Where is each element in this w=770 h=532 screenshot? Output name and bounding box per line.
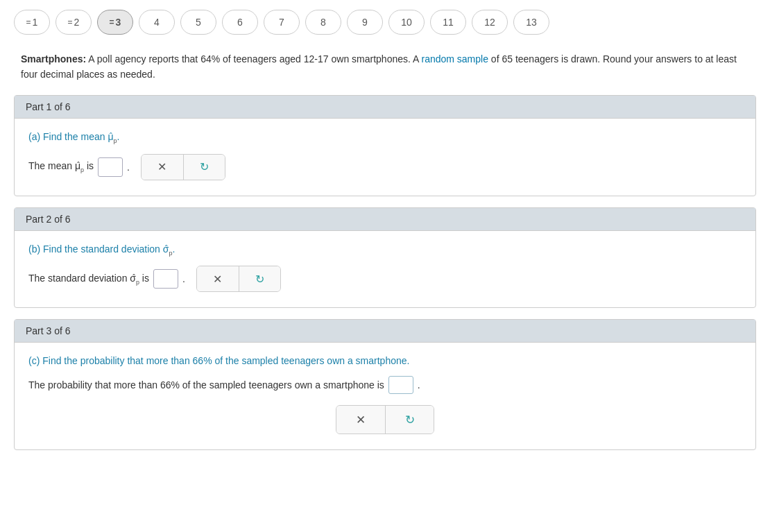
part-1-answer-suffix: . (127, 162, 130, 173)
tab-4-label: 4 (154, 17, 160, 28)
part-3-question: (c) Find the probability that more than … (28, 355, 742, 366)
part-3-reset-button[interactable]: ↻ (385, 406, 434, 434)
part-1-body: (a) Find the mean μ̂p. The mean μ̂p is .… (15, 119, 755, 196)
part-3-answer-suffix: . (418, 379, 420, 391)
tab-11[interactable]: 11 (430, 10, 466, 35)
tab-3-label: 3 (116, 17, 121, 28)
part-3-answer-row: The probability that more than 66% of th… (28, 376, 742, 394)
tab-9[interactable]: 9 (347, 10, 383, 35)
tab-8[interactable]: 8 (305, 10, 341, 35)
part-1-clear-button[interactable]: ✕ (142, 155, 183, 180)
part-1-header: Part 1 of 6 (15, 96, 755, 119)
equals-icon-1: = (26, 17, 31, 27)
tab-1[interactable]: = 1 (14, 10, 50, 35)
tab-12-label: 12 (484, 17, 495, 28)
navigation-tabs: = 1 = 2 = 3 4 5 6 7 8 9 10 11 12 13 (0, 0, 770, 44)
part-1-question: (a) Find the mean μ̂p. (28, 131, 742, 144)
part-3-action-buttons: ✕ ↻ (336, 405, 434, 434)
part-2-header: Part 2 of 6 (15, 208, 755, 231)
part-1-reset-button[interactable]: ↻ (183, 155, 225, 180)
tab-10[interactable]: 10 (388, 10, 425, 35)
problem-statement: Smartphones: A poll agency reports that … (0, 44, 770, 95)
tab-6[interactable]: 6 (222, 10, 258, 35)
tab-5[interactable]: 5 (180, 10, 216, 35)
part-1-action-buttons: ✕ ↻ (141, 154, 225, 180)
problem-bold-label: Smartphones: (21, 53, 86, 65)
part-2-reset-button[interactable]: ↻ (239, 266, 280, 291)
part-1-answer-row: The mean μ̂p is . ✕ ↻ (28, 154, 742, 180)
tab-7-label: 7 (279, 17, 284, 28)
tab-4[interactable]: 4 (139, 10, 175, 35)
tab-12[interactable]: 12 (472, 10, 508, 35)
tab-1-label: 1 (33, 17, 38, 28)
tab-8-label: 8 (320, 17, 326, 28)
tab-5-label: 5 (196, 17, 201, 28)
part-3-panel: Part 3 of 6 (c) Find the probability tha… (14, 319, 756, 450)
part-3-header: Part 3 of 6 (15, 320, 755, 343)
part-3-answer-prefix: The probability that more than 66% of th… (28, 379, 384, 391)
part-1-panel: Part 1 of 6 (a) Find the mean μ̂p. The m… (14, 95, 756, 196)
tab-2[interactable]: = 2 (55, 10, 92, 35)
tab-11-label: 11 (443, 17, 454, 28)
part-3-body: (c) Find the probability that more than … (15, 343, 755, 449)
part-1-answer-prefix: The mean μ̂p is (28, 160, 94, 173)
equals-icon-3: = (110, 17, 114, 27)
part-2-answer-suffix: . (182, 273, 185, 284)
mean-input[interactable] (98, 157, 123, 177)
part-2-clear-button[interactable]: ✕ (197, 266, 239, 291)
tab-3[interactable]: = 3 (97, 10, 133, 35)
part-2-question: (b) Find the standard deviation σ̂p. (28, 243, 742, 257)
part-2-answer-prefix: The standard deviation σ̂p is (28, 273, 149, 286)
tab-9-label: 9 (362, 17, 368, 28)
prob-input[interactable] (388, 376, 413, 394)
part-3-bottom-buttons: ✕ ↻ (28, 405, 742, 434)
tab-2-label: 2 (74, 17, 80, 28)
part-2-answer-row: The standard deviation σ̂p is . ✕ ↻ (28, 266, 742, 292)
part-2-body: (b) Find the standard deviation σ̂p. The… (15, 231, 755, 308)
part-2-action-buttons: ✕ ↻ (196, 266, 281, 292)
equals-icon-2: = (68, 17, 73, 27)
part-2-panel: Part 2 of 6 (b) Find the standard deviat… (14, 207, 756, 309)
tab-6-label: 6 (237, 17, 243, 28)
tab-10-label: 10 (401, 17, 412, 28)
tab-13-label: 13 (526, 17, 537, 28)
problem-text: A poll agency reports that 64% of teenag… (21, 53, 737, 80)
tab-7[interactable]: 7 (264, 10, 300, 35)
tab-13[interactable]: 13 (513, 10, 549, 35)
part-3-clear-button[interactable]: ✕ (336, 406, 385, 434)
std-dev-input[interactable] (153, 269, 178, 289)
